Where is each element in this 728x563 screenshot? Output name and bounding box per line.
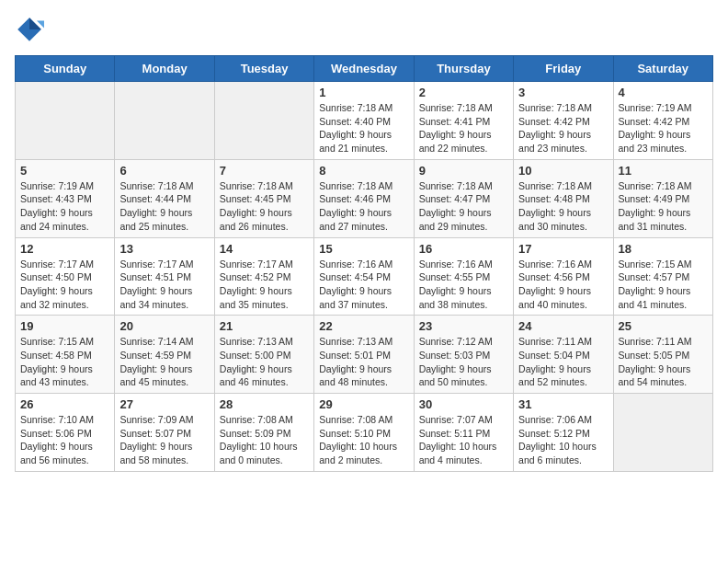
day-info: Sunrise: 7:06 AM Sunset: 5:12 PM Dayligh… bbox=[518, 413, 608, 467]
calendar-cell: 27Sunrise: 7:09 AM Sunset: 5:07 PM Dayli… bbox=[115, 394, 214, 472]
calendar-body: 1Sunrise: 7:18 AM Sunset: 4:40 PM Daylig… bbox=[16, 82, 713, 472]
day-number: 18 bbox=[619, 242, 708, 256]
day-number: 10 bbox=[518, 164, 608, 178]
day-info: Sunrise: 7:14 AM Sunset: 4:59 PM Dayligh… bbox=[119, 335, 209, 389]
day-number: 22 bbox=[319, 319, 408, 333]
calendar-week-row: 19Sunrise: 7:15 AM Sunset: 4:58 PM Dayli… bbox=[16, 316, 713, 394]
calendar-cell: 24Sunrise: 7:11 AM Sunset: 5:04 PM Dayli… bbox=[514, 316, 613, 394]
day-number: 1 bbox=[319, 86, 408, 99]
day-info: Sunrise: 7:16 AM Sunset: 4:55 PM Dayligh… bbox=[419, 258, 508, 312]
calendar-week-row: 26Sunrise: 7:10 AM Sunset: 5:06 PM Dayli… bbox=[16, 394, 713, 472]
calendar-table: SundayMondayTuesdayWednesdayThursdayFrid… bbox=[15, 55, 713, 472]
calendar-cell: 14Sunrise: 7:17 AM Sunset: 4:52 PM Dayli… bbox=[214, 237, 313, 316]
day-info: Sunrise: 7:15 AM Sunset: 4:58 PM Dayligh… bbox=[20, 335, 109, 389]
day-number: 5 bbox=[20, 164, 109, 178]
logo bbox=[15, 15, 48, 44]
calendar-cell: 6Sunrise: 7:18 AM Sunset: 4:44 PM Daylig… bbox=[115, 159, 214, 237]
weekday-header: Sunday bbox=[16, 56, 115, 82]
calendar-cell: 30Sunrise: 7:07 AM Sunset: 5:11 PM Dayli… bbox=[414, 394, 513, 472]
calendar-cell: 1Sunrise: 7:18 AM Sunset: 4:40 PM Daylig… bbox=[314, 82, 414, 160]
day-info: Sunrise: 7:11 AM Sunset: 5:05 PM Dayligh… bbox=[619, 335, 708, 389]
day-info: Sunrise: 7:11 AM Sunset: 5:04 PM Dayligh… bbox=[518, 335, 608, 389]
day-info: Sunrise: 7:18 AM Sunset: 4:40 PM Dayligh… bbox=[319, 101, 408, 155]
day-number: 28 bbox=[220, 397, 309, 411]
day-number: 31 bbox=[518, 397, 608, 411]
day-info: Sunrise: 7:18 AM Sunset: 4:48 PM Dayligh… bbox=[518, 179, 608, 234]
day-number: 23 bbox=[419, 319, 508, 333]
calendar-cell: 4Sunrise: 7:19 AM Sunset: 4:42 PM Daylig… bbox=[613, 82, 712, 160]
weekday-header: Friday bbox=[514, 56, 613, 82]
weekday-header: Thursday bbox=[414, 56, 513, 82]
day-number: 8 bbox=[319, 164, 408, 178]
calendar-cell bbox=[214, 82, 313, 160]
day-number: 12 bbox=[20, 242, 109, 256]
calendar-cell: 16Sunrise: 7:16 AM Sunset: 4:55 PM Dayli… bbox=[414, 237, 513, 316]
calendar-cell: 8Sunrise: 7:18 AM Sunset: 4:46 PM Daylig… bbox=[314, 159, 414, 237]
calendar-week-row: 1Sunrise: 7:18 AM Sunset: 4:40 PM Daylig… bbox=[16, 82, 713, 160]
calendar-cell: 15Sunrise: 7:16 AM Sunset: 4:54 PM Dayli… bbox=[314, 237, 414, 316]
calendar-cell: 13Sunrise: 7:17 AM Sunset: 4:51 PM Dayli… bbox=[115, 237, 214, 316]
day-info: Sunrise: 7:19 AM Sunset: 4:42 PM Dayligh… bbox=[619, 101, 708, 155]
day-info: Sunrise: 7:18 AM Sunset: 4:44 PM Dayligh… bbox=[119, 179, 209, 234]
day-number: 11 bbox=[619, 164, 708, 178]
calendar-cell: 9Sunrise: 7:18 AM Sunset: 4:47 PM Daylig… bbox=[414, 159, 513, 237]
day-info: Sunrise: 7:16 AM Sunset: 4:54 PM Dayligh… bbox=[319, 258, 408, 312]
day-number: 29 bbox=[319, 397, 408, 411]
day-number: 30 bbox=[419, 397, 508, 411]
day-info: Sunrise: 7:17 AM Sunset: 4:50 PM Dayligh… bbox=[20, 258, 109, 312]
day-info: Sunrise: 7:18 AM Sunset: 4:47 PM Dayligh… bbox=[419, 179, 508, 234]
day-number: 20 bbox=[119, 319, 209, 333]
calendar-cell bbox=[613, 394, 712, 472]
calendar-cell: 19Sunrise: 7:15 AM Sunset: 4:58 PM Dayli… bbox=[16, 316, 115, 394]
day-number: 4 bbox=[619, 86, 708, 99]
calendar-cell: 21Sunrise: 7:13 AM Sunset: 5:00 PM Dayli… bbox=[214, 316, 313, 394]
day-number: 19 bbox=[20, 319, 109, 333]
calendar-cell: 3Sunrise: 7:18 AM Sunset: 4:42 PM Daylig… bbox=[514, 82, 613, 160]
day-info: Sunrise: 7:12 AM Sunset: 5:03 PM Dayligh… bbox=[419, 335, 508, 389]
calendar-cell: 23Sunrise: 7:12 AM Sunset: 5:03 PM Dayli… bbox=[414, 316, 513, 394]
calendar-cell: 10Sunrise: 7:18 AM Sunset: 4:48 PM Dayli… bbox=[514, 159, 613, 237]
day-info: Sunrise: 7:18 AM Sunset: 4:42 PM Dayligh… bbox=[518, 101, 608, 155]
weekday-header: Wednesday bbox=[314, 56, 414, 82]
day-info: Sunrise: 7:16 AM Sunset: 4:56 PM Dayligh… bbox=[518, 258, 608, 312]
day-info: Sunrise: 7:08 AM Sunset: 5:10 PM Dayligh… bbox=[319, 413, 408, 467]
calendar-week-row: 5Sunrise: 7:19 AM Sunset: 4:43 PM Daylig… bbox=[16, 159, 713, 237]
calendar-cell: 18Sunrise: 7:15 AM Sunset: 4:57 PM Dayli… bbox=[613, 237, 712, 316]
calendar-cell bbox=[16, 82, 115, 160]
day-number: 21 bbox=[220, 319, 309, 333]
day-info: Sunrise: 7:10 AM Sunset: 5:06 PM Dayligh… bbox=[20, 413, 109, 467]
day-number: 2 bbox=[419, 86, 508, 99]
day-number: 9 bbox=[419, 164, 508, 178]
calendar-cell: 20Sunrise: 7:14 AM Sunset: 4:59 PM Dayli… bbox=[115, 316, 214, 394]
day-info: Sunrise: 7:19 AM Sunset: 4:43 PM Dayligh… bbox=[20, 179, 109, 234]
day-number: 7 bbox=[220, 164, 309, 178]
calendar-week-row: 12Sunrise: 7:17 AM Sunset: 4:50 PM Dayli… bbox=[16, 237, 713, 316]
weekday-header: Monday bbox=[115, 56, 214, 82]
day-number: 16 bbox=[419, 242, 508, 256]
calendar-cell: 17Sunrise: 7:16 AM Sunset: 4:56 PM Dayli… bbox=[514, 237, 613, 316]
day-number: 26 bbox=[20, 397, 109, 411]
logo-icon bbox=[15, 15, 44, 44]
day-info: Sunrise: 7:17 AM Sunset: 4:52 PM Dayligh… bbox=[220, 258, 309, 312]
day-info: Sunrise: 7:18 AM Sunset: 4:49 PM Dayligh… bbox=[619, 179, 708, 234]
calendar-cell: 31Sunrise: 7:06 AM Sunset: 5:12 PM Dayli… bbox=[514, 394, 613, 472]
day-number: 24 bbox=[518, 319, 608, 333]
calendar-cell: 7Sunrise: 7:18 AM Sunset: 4:45 PM Daylig… bbox=[214, 159, 313, 237]
calendar-cell: 29Sunrise: 7:08 AM Sunset: 5:10 PM Dayli… bbox=[314, 394, 414, 472]
calendar-cell: 2Sunrise: 7:18 AM Sunset: 4:41 PM Daylig… bbox=[414, 82, 513, 160]
day-number: 3 bbox=[518, 86, 608, 99]
day-info: Sunrise: 7:13 AM Sunset: 5:01 PM Dayligh… bbox=[319, 335, 408, 389]
svg-marker-1 bbox=[29, 17, 41, 29]
day-number: 27 bbox=[119, 397, 209, 411]
day-info: Sunrise: 7:15 AM Sunset: 4:57 PM Dayligh… bbox=[619, 258, 708, 312]
calendar-cell: 25Sunrise: 7:11 AM Sunset: 5:05 PM Dayli… bbox=[613, 316, 712, 394]
calendar-cell: 28Sunrise: 7:08 AM Sunset: 5:09 PM Dayli… bbox=[214, 394, 313, 472]
day-number: 17 bbox=[518, 242, 608, 256]
calendar-cell: 26Sunrise: 7:10 AM Sunset: 5:06 PM Dayli… bbox=[16, 394, 115, 472]
day-number: 14 bbox=[220, 242, 309, 256]
calendar-header: SundayMondayTuesdayWednesdayThursdayFrid… bbox=[16, 56, 713, 82]
day-info: Sunrise: 7:18 AM Sunset: 4:41 PM Dayligh… bbox=[419, 101, 508, 155]
day-info: Sunrise: 7:18 AM Sunset: 4:46 PM Dayligh… bbox=[319, 179, 408, 234]
day-info: Sunrise: 7:18 AM Sunset: 4:45 PM Dayligh… bbox=[220, 179, 309, 234]
day-number: 15 bbox=[319, 242, 408, 256]
